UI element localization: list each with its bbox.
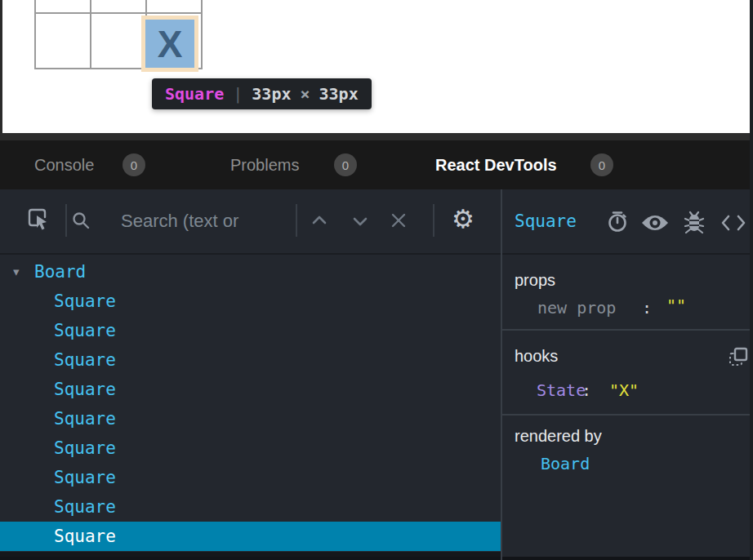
search-input[interactable] — [119, 206, 290, 237]
board-cell[interactable] — [91, 13, 146, 69]
tree-item-label[interactable]: Square — [54, 404, 116, 433]
tree-row-square[interactable]: Square — [0, 492, 501, 522]
inspect-tooltip: Square | 33px × 33px — [152, 78, 372, 109]
tree-item-label[interactable]: Square — [54, 463, 116, 492]
clear-search-icon[interactable] — [390, 211, 408, 229]
tree-item-label[interactable]: Square — [54, 375, 116, 404]
parse-hook-names-icon[interactable] — [728, 346, 749, 367]
devtools-top-border — [0, 133, 753, 140]
tab-problems-badge: 0 — [334, 153, 357, 176]
tooltip-component-name: Square — [165, 84, 224, 104]
window-right-edge — [750, 0, 753, 560]
tab-console-badge: 0 — [123, 153, 145, 176]
tab-problems[interactable]: Problems — [230, 140, 299, 189]
prop-colon: : — [642, 298, 652, 318]
suspend-stopwatch-icon[interactable] — [605, 210, 630, 234]
board-cell[interactable] — [35, 0, 91, 13]
next-match-icon[interactable] — [351, 215, 369, 228]
window-left-edge — [0, 0, 2, 133]
board-cell[interactable] — [146, 0, 202, 13]
new-prop-input[interactable]: new prop — [537, 298, 616, 318]
tooltip-times-sign: × — [300, 84, 310, 104]
view-source-code-icon[interactable] — [720, 213, 747, 233]
component-inspector: props new prop : "" hooks State : "X" re… — [502, 255, 753, 560]
inspect-element-icon[interactable] — [27, 207, 50, 232]
expand-triangle-icon[interactable]: ▾ — [13, 257, 20, 287]
inspect-dom-eye-icon[interactable] — [640, 213, 670, 233]
panel-divider[interactable] — [501, 189, 502, 560]
selected-component-title: Square — [515, 211, 577, 231]
rendered-by-section-header: rendered by — [515, 426, 602, 446]
board-cell[interactable] — [35, 13, 91, 69]
tree-row-square-selected[interactable]: Square — [0, 522, 501, 551]
board-cell[interactable] — [91, 0, 146, 13]
debug-bug-icon[interactable] — [683, 209, 706, 235]
rendered-by-board-link[interactable]: Board — [541, 454, 590, 473]
props-section-header: props — [515, 270, 555, 290]
tree-row-square[interactable]: Square — [0, 463, 501, 492]
hook-state-value[interactable]: "X" — [609, 380, 639, 400]
toolbar-divider — [433, 204, 434, 237]
hook-colon: : — [581, 380, 591, 400]
tab-react-devtools-badge: 0 — [590, 153, 613, 176]
tree-item-label[interactable]: Square — [54, 492, 116, 522]
new-prop-value-input[interactable]: "" — [666, 296, 686, 315]
tree-item-label[interactable]: Square — [54, 433, 116, 463]
tooltip-width-value: 33px — [252, 84, 291, 104]
component-tree: ▾ Board Square Square Square Square Squa… — [0, 255, 501, 552]
tree-item-label[interactable]: Square — [54, 287, 116, 316]
tab-console[interactable]: Console — [34, 140, 94, 189]
tree-row-square[interactable]: Square — [0, 433, 501, 463]
bottom-border — [0, 557, 753, 560]
inspect-highlight-overlay: X — [141, 16, 198, 72]
section-divider — [502, 329, 753, 331]
tree-row-square[interactable]: Square — [0, 316, 501, 345]
devtools-tabbar: Console 0 Problems 0 React DevTools 0 — [0, 140, 753, 189]
tree-item-label[interactable]: Square — [54, 316, 116, 345]
browser-page: X Square | 33px × 33px — [0, 0, 753, 133]
tree-row-square[interactable]: Square — [0, 345, 501, 375]
tree-row-square[interactable]: Square — [0, 287, 501, 316]
previous-match-icon[interactable] — [310, 214, 328, 227]
highlighted-square-cell[interactable]: X — [145, 20, 194, 68]
toolbar-divider — [65, 204, 67, 237]
tree-item-label[interactable]: Square — [54, 345, 116, 375]
settings-gear-icon[interactable]: ⚙ — [452, 204, 475, 235]
tooltip-separator: | — [233, 84, 243, 104]
search-icon — [71, 211, 91, 230]
tab-react-devtools[interactable]: React DevTools — [435, 140, 557, 189]
tree-row-square[interactable]: Square — [0, 375, 501, 404]
hook-state-label[interactable]: State — [537, 380, 586, 400]
tree-item-label[interactable]: Board — [34, 257, 86, 287]
hooks-section-header: hooks — [515, 346, 558, 366]
section-divider — [502, 414, 753, 416]
tree-item-label[interactable]: Square — [54, 522, 116, 551]
toolbar-divider — [296, 204, 297, 237]
tree-row-board[interactable]: ▾ Board — [0, 257, 501, 287]
tooltip-height-value: 33px — [319, 84, 359, 104]
tree-row-square[interactable]: Square — [0, 404, 501, 433]
